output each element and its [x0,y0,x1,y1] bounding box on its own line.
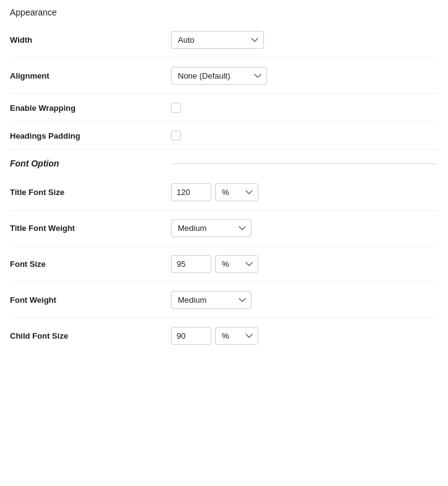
width-label: Width [10,35,171,45]
title-font-size-unit-select[interactable]: % px em rem [215,183,258,201]
font-weight-label: Font Weight [10,295,171,305]
font-option-header: Font Option [10,150,438,175]
font-size-row: Font Size % px em rem [10,246,438,282]
title-font-weight-select[interactable]: Thin Light Normal Medium Semi Bold Bold … [171,219,252,237]
child-font-size-label: Child Font Size [10,331,171,341]
child-font-size-row: Child Font Size % px em rem [10,318,438,354]
title-font-size-row: Title Font Size % px em rem [10,175,438,210]
font-option-divider [171,163,438,164]
enable-wrapping-control [171,103,181,113]
enable-wrapping-checkbox[interactable] [171,103,181,113]
font-weight-row: Font Weight Thin Light Normal Medium Sem… [10,282,438,318]
font-size-control: % px em rem [171,255,258,273]
child-font-size-control: % px em rem [171,327,258,345]
title-font-size-input[interactable] [171,183,211,201]
enable-wrapping-row: Enable Wrapping [10,94,438,122]
width-select[interactable]: Auto Full Width Wide Narrow [171,31,264,49]
title-font-weight-label: Title Font Weight [10,223,171,233]
alignment-label: Alignment [10,71,171,80]
font-option-label: Font Option [10,158,171,168]
title-font-size-control: % px em rem [171,183,258,201]
child-font-size-input[interactable] [171,327,211,345]
width-control: Auto Full Width Wide Narrow [171,31,264,49]
headings-padding-checkbox[interactable] [171,131,181,141]
headings-padding-label: Headings Padding [10,131,171,141]
width-row: Width Auto Full Width Wide Narrow [10,22,438,58]
title-font-weight-row: Title Font Weight Thin Light Normal Medi… [10,210,438,246]
alignment-select[interactable]: None (Default) Left Center Right [171,67,267,85]
font-size-input[interactable] [171,255,211,273]
title-font-size-label: Title Font Size [10,188,171,197]
section-title: Appearance [10,7,438,22]
headings-padding-control [171,131,181,141]
font-weight-control: Thin Light Normal Medium Semi Bold Bold … [171,291,252,309]
enable-wrapping-label: Enable Wrapping [10,103,171,113]
font-weight-select[interactable]: Thin Light Normal Medium Semi Bold Bold … [171,291,252,309]
title-font-weight-control: Thin Light Normal Medium Semi Bold Bold … [171,219,252,237]
font-size-label: Font Size [10,259,171,269]
headings-padding-row: Headings Padding [10,122,438,150]
appearance-panel: Appearance Width Auto Full Width Wide Na… [0,0,448,361]
font-size-unit-select[interactable]: % px em rem [215,255,258,273]
child-font-size-unit-select[interactable]: % px em rem [215,327,258,345]
alignment-control: None (Default) Left Center Right [171,67,267,85]
alignment-row: Alignment None (Default) Left Center Rig… [10,58,438,94]
